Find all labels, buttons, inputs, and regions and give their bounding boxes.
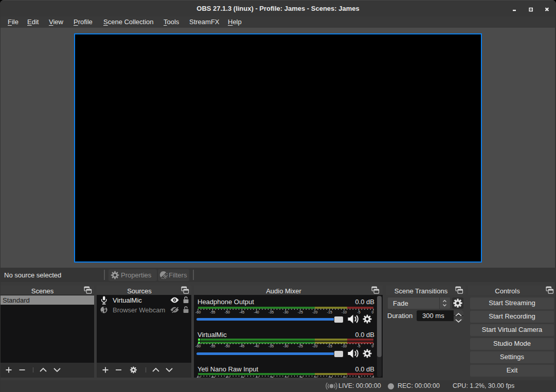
svg-text:-50: -50: [225, 344, 230, 348]
svg-text:-30: -30: [283, 344, 288, 348]
svg-text:-30: -30: [283, 310, 288, 314]
svg-text:-35: -35: [268, 310, 274, 314]
svg-text:-45: -45: [239, 376, 244, 378]
svg-text:-25: -25: [298, 310, 303, 314]
svg-text:-45: -45: [239, 310, 244, 314]
svg-text:-40: -40: [254, 376, 259, 378]
svg-text:-20: -20: [312, 376, 317, 378]
svg-text:-40: -40: [254, 344, 259, 348]
svg-text:-50: -50: [225, 376, 230, 378]
svg-text:-25: -25: [298, 344, 303, 348]
svg-text:-40: -40: [254, 310, 259, 314]
svg-text:-20: -20: [312, 344, 317, 348]
svg-text:-55: -55: [210, 376, 215, 378]
svg-text:0: 0: [372, 310, 374, 314]
svg-text:-45: -45: [239, 344, 244, 348]
svg-text:-35: -35: [268, 344, 274, 348]
svg-text:-20: -20: [312, 310, 317, 314]
svg-text:-5: -5: [357, 376, 360, 378]
svg-text:-60: -60: [195, 310, 201, 314]
svg-text:-60: -60: [195, 344, 201, 348]
svg-text:-15: -15: [327, 344, 332, 348]
svg-text:-30: -30: [283, 376, 288, 378]
svg-text:0: 0: [372, 376, 374, 378]
svg-text:0: 0: [372, 344, 374, 348]
svg-text:-5: -5: [357, 344, 360, 348]
svg-text:-60: -60: [195, 376, 201, 378]
svg-text:-55: -55: [210, 310, 215, 314]
svg-text:-10: -10: [342, 344, 347, 348]
svg-text:-15: -15: [327, 376, 332, 378]
svg-text:-10: -10: [342, 376, 347, 378]
svg-text:-55: -55: [210, 344, 215, 348]
svg-text:-35: -35: [268, 376, 274, 378]
svg-text:-15: -15: [327, 310, 332, 314]
svg-text:-50: -50: [225, 310, 230, 314]
svg-text:-25: -25: [298, 376, 303, 378]
svg-text:-10: -10: [342, 310, 347, 314]
